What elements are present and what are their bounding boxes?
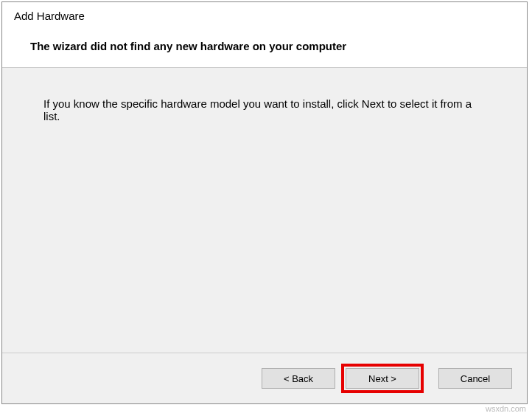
back-button[interactable]: < Back [262,368,335,389]
dialog-footer: < Back Next > Cancel [2,353,527,403]
instruction-text: If you know the specific hardware model … [43,97,486,122]
watermark: wsxdn.com [486,404,526,413]
add-hardware-dialog: Add Hardware The wizard did not find any… [1,1,528,404]
next-button-highlight: Next > [341,364,424,393]
dialog-content: If you know the specific hardware model … [2,68,527,353]
cancel-wrap: Cancel [438,368,512,389]
next-button[interactable]: Next > [346,368,419,389]
dialog-header: Add Hardware The wizard did not find any… [2,2,527,68]
cancel-button[interactable]: Cancel [438,368,512,389]
dialog-subtitle: The wizard did not find any new hardware… [30,40,515,52]
dialog-title: Add Hardware [14,10,515,22]
